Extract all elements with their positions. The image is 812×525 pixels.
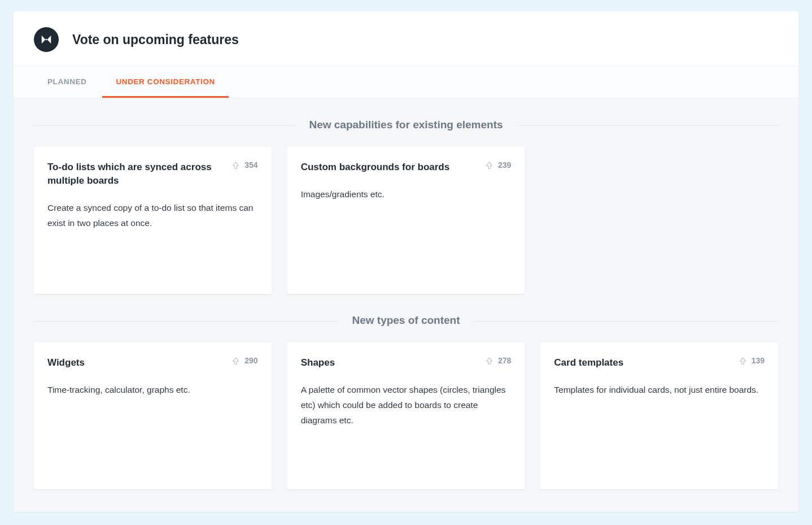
- logo-icon: [40, 33, 53, 46]
- content-area: New capabilities for existing elements T…: [14, 98, 798, 512]
- feature-card[interactable]: Widgets 290 Time-tracking, calculator, g…: [34, 342, 272, 489]
- main-panel: Vote on upcoming features PLANNED UNDER …: [14, 11, 798, 512]
- page-title: Vote on upcoming features: [72, 32, 239, 47]
- card-grid: To-do lists which are synced across mult…: [34, 147, 778, 294]
- section-header: New types of content: [34, 294, 778, 327]
- vote-button[interactable]: 354: [232, 160, 257, 170]
- upvote-icon: [485, 161, 494, 170]
- vote-button[interactable]: 239: [485, 160, 511, 170]
- vote-count: 239: [498, 160, 511, 170]
- vote-count: 139: [752, 356, 765, 365]
- vote-button[interactable]: 290: [232, 356, 257, 365]
- vote-count: 278: [498, 356, 511, 365]
- feature-card[interactable]: Custom backgrounds for boards 239 Images…: [287, 147, 525, 294]
- card-description: Time-tracking, calculator, graphs etc.: [47, 382, 258, 397]
- tabs: PLANNED UNDER CONSIDERATION: [14, 66, 798, 98]
- card-grid: Widgets 290 Time-tracking, calculator, g…: [34, 342, 778, 489]
- card-title: To-do lists which are synced across mult…: [47, 160, 221, 188]
- tab-planned[interactable]: PLANNED: [34, 66, 100, 98]
- section-title: New types of content: [338, 314, 473, 327]
- app-logo: [34, 27, 59, 52]
- feature-card[interactable]: Shapes 278 A palette of common vector sh…: [287, 342, 525, 489]
- card-description: Create a synced copy of a to-do list so …: [47, 200, 258, 231]
- card-title: Shapes: [301, 356, 335, 370]
- vote-count: 354: [245, 160, 257, 170]
- upvote-icon: [232, 161, 240, 170]
- feature-card[interactable]: To-do lists which are synced across mult…: [34, 147, 272, 294]
- card-title: Card templates: [554, 356, 623, 370]
- upvote-icon: [485, 357, 494, 365]
- feature-card[interactable]: Card templates 139 Templates for individ…: [540, 342, 778, 489]
- card-title: Widgets: [47, 356, 85, 370]
- vote-count: 290: [245, 356, 257, 365]
- tab-under-consideration[interactable]: UNDER CONSIDERATION: [102, 66, 228, 98]
- vote-button[interactable]: 139: [739, 356, 765, 365]
- card-description: Images/gradients etc.: [301, 186, 512, 202]
- card-description: A palette of common vector shapes (circl…: [301, 382, 512, 428]
- panel-header: Vote on upcoming features: [14, 11, 798, 66]
- section-title: New capabilities for existing elements: [295, 119, 516, 131]
- upvote-icon: [232, 357, 240, 365]
- section-header: New capabilities for existing elements: [34, 98, 778, 131]
- card-title: Custom backgrounds for boards: [301, 160, 450, 174]
- card-description: Templates for individual cards, not just…: [554, 382, 765, 397]
- upvote-icon: [739, 357, 747, 365]
- vote-button[interactable]: 278: [485, 356, 511, 365]
